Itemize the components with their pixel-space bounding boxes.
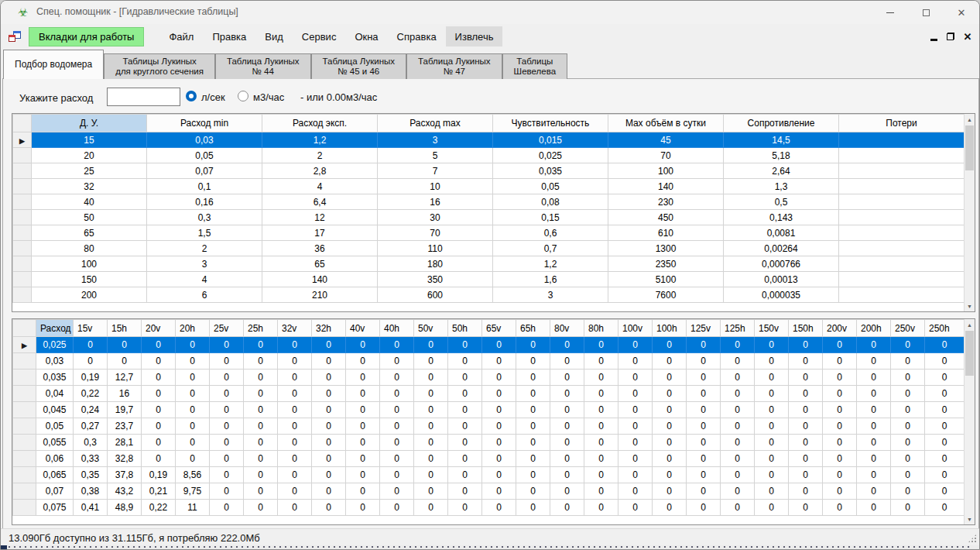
grid-cell[interactable]: 0 (823, 451, 857, 467)
row-header[interactable] (13, 148, 32, 163)
vertical-scrollbar[interactable]: ▲ ▼ (964, 319, 975, 524)
grid-cell[interactable]: 0 (584, 435, 618, 451)
grid-cell[interactable]: 0 (653, 483, 687, 500)
radio-m3h[interactable] (238, 91, 248, 101)
grid-cell[interactable]: 0 (278, 483, 312, 500)
grid-cell[interactable]: 0 (346, 435, 380, 451)
column-header[interactable]: 25v (210, 320, 244, 337)
grid-cell[interactable]: 0 (74, 353, 108, 370)
tab-1[interactable]: Таблицы Лукиныхдля круглого сечения (104, 53, 215, 79)
row-header[interactable] (13, 418, 36, 435)
workspace-tabs-button[interactable]: Вкладки для работы (29, 27, 144, 46)
grid-cell[interactable]: 0 (823, 435, 857, 451)
grid-cell[interactable]: 0 (142, 386, 176, 402)
menu-item-0[interactable]: Файл (159, 26, 203, 46)
grid-cell[interactable]: 0 (278, 467, 312, 483)
grid-cell[interactable]: 0 (891, 418, 925, 435)
radio-m3h-label[interactable]: м3/час (253, 91, 284, 103)
grid-cell[interactable]: 0,065 (36, 467, 74, 483)
grid-cell[interactable]: 0 (550, 500, 584, 516)
grid-cell[interactable]: 0 (278, 386, 312, 402)
grid-cell[interactable] (839, 256, 965, 272)
grid-cell[interactable]: 16 (108, 386, 142, 402)
grid-cell[interactable]: 0 (789, 418, 823, 435)
grid-cell[interactable]: 0,04 (36, 386, 74, 402)
grid-cell[interactable]: 2 (147, 241, 262, 256)
grid-cell[interactable]: 0 (584, 418, 618, 435)
grid-cell[interactable]: 0 (550, 418, 584, 435)
grid-cell[interactable]: 0 (584, 483, 618, 500)
grid-cell[interactable]: 450 (608, 210, 724, 225)
menu-item-5[interactable]: Справка (388, 26, 446, 46)
grid-cell[interactable]: 0 (244, 337, 278, 353)
tab-4[interactable]: Таблица Лукиных№ 47 (406, 53, 502, 79)
grid-cell[interactable]: 0 (755, 386, 789, 402)
grid-cell[interactable]: 0 (584, 451, 618, 467)
grid-cell[interactable]: 0 (891, 483, 925, 500)
grid-cell[interactable]: 2350 (608, 256, 724, 272)
grid-cell[interactable]: 0 (653, 451, 687, 467)
grid-cell[interactable] (839, 210, 965, 225)
grid-cell[interactable]: 0 (346, 337, 380, 353)
row-header[interactable] (13, 272, 32, 287)
grid-cell[interactable]: 0,27 (74, 418, 108, 435)
grid-cell[interactable]: 0 (210, 451, 244, 467)
grid-cell[interactable]: 0,3 (147, 210, 262, 225)
grid-cell[interactable]: 0 (448, 500, 482, 516)
grid-cell[interactable]: 0 (857, 418, 891, 435)
row-header[interactable] (13, 241, 32, 256)
grid-cell[interactable]: 0 (857, 402, 891, 418)
grid-cell[interactable]: 17 (262, 225, 378, 241)
column-header[interactable]: Max объём в сутки (608, 115, 724, 132)
grid-cell[interactable]: 0 (244, 370, 278, 386)
grid-cell[interactable]: 0,00013 (724, 272, 839, 287)
grid-cell[interactable]: 0 (857, 451, 891, 467)
grid-cell[interactable]: 0 (278, 418, 312, 435)
column-header[interactable]: 15v (74, 320, 108, 337)
grid-cell[interactable]: 0 (448, 467, 482, 483)
column-header[interactable]: 50v (414, 320, 448, 337)
grid-cell[interactable]: 0,16 (147, 194, 262, 210)
grid-cell[interactable]: 0 (482, 386, 516, 402)
grid-cell[interactable]: 0 (925, 402, 965, 418)
grid-cell[interactable]: 0 (550, 451, 584, 467)
grid-cell[interactable]: 0 (516, 353, 550, 370)
grid-cell[interactable]: 14,5 (724, 132, 839, 148)
grid-cell[interactable]: 0 (312, 500, 346, 516)
grid-cell[interactable]: 0 (789, 402, 823, 418)
grid-cell[interactable]: 0,38 (74, 483, 108, 500)
grid-cell[interactable]: 0 (550, 386, 584, 402)
grid-cell[interactable]: 0 (346, 483, 380, 500)
grid-cell[interactable]: 0 (755, 402, 789, 418)
grid-cell[interactable]: 0 (516, 435, 550, 451)
grid-cell[interactable]: 0 (380, 483, 414, 500)
tab-2[interactable]: Таблица Лукиных№ 44 (215, 53, 311, 79)
grid-cell[interactable]: 0 (687, 467, 721, 483)
grid-cell[interactable]: 0 (210, 483, 244, 500)
grid-cell[interactable]: 0 (414, 370, 448, 386)
row-header[interactable] (13, 256, 32, 272)
grid-cell[interactable]: 0 (142, 435, 176, 451)
column-header[interactable]: 32v (278, 320, 312, 337)
grid-cell[interactable]: 0 (448, 337, 482, 353)
grid-cell[interactable]: 0 (857, 435, 891, 451)
grid-cell[interactable]: 0,05 (147, 148, 262, 163)
grid-cell[interactable]: 0 (414, 418, 448, 435)
grid-cell[interactable]: 0 (278, 402, 312, 418)
grid-cell[interactable]: 0 (176, 435, 210, 451)
grid-cell[interactable]: 0,35 (74, 467, 108, 483)
grid-cell[interactable]: 15 (32, 132, 147, 148)
column-header[interactable]: 150v (755, 320, 789, 337)
grid-cell[interactable]: 0 (618, 451, 653, 467)
grid-cell[interactable]: 180 (378, 256, 493, 272)
grid-cell[interactable]: 0 (891, 370, 925, 386)
grid-cell[interactable]: 0 (823, 418, 857, 435)
grid-cell[interactable]: 0 (891, 402, 925, 418)
grid-cell[interactable]: 0 (448, 402, 482, 418)
grid-cell[interactable]: 11 (176, 500, 210, 516)
grid-cell[interactable]: 0,05 (36, 418, 74, 435)
column-header[interactable]: 100v (618, 320, 653, 337)
grid-cell[interactable]: 8,56 (176, 467, 210, 483)
grid-cell[interactable]: 0 (653, 370, 687, 386)
row-header[interactable]: ▶ (13, 337, 36, 353)
